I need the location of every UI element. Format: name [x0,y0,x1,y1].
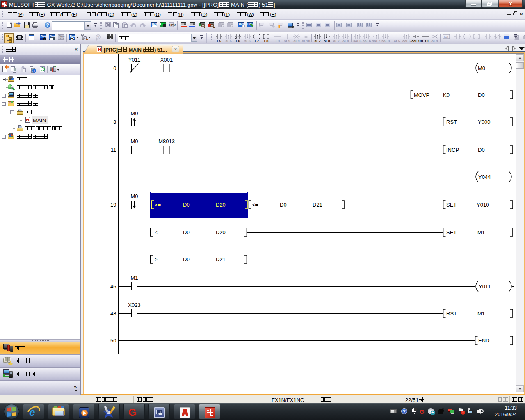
svg-text:48: 48 [110,310,116,317]
svg-text:M0: M0 [130,138,138,144]
svg-text:19: 19 [110,202,116,208]
svg-text:0: 0 [113,65,116,71]
svg-text:X023: X023 [128,302,140,308]
svg-text:K0: K0 [443,92,450,98]
svg-text:SET: SET [446,229,457,235]
svg-text:8: 8 [113,119,116,125]
svg-text:INCP: INCP [446,147,459,153]
svg-text:Y044: Y044 [478,174,491,180]
svg-text:RST: RST [446,119,457,125]
svg-text:D21: D21 [313,202,322,208]
svg-text:M1: M1 [477,310,485,317]
svg-text:>=: >= [155,202,161,208]
svg-text:M0: M0 [478,65,485,71]
svg-text:X001: X001 [160,57,173,63]
svg-text:IST: IST [444,35,449,39]
svg-text:D0: D0 [478,92,485,98]
svg-text:>: > [155,256,158,262]
svg-text:D0: D0 [183,202,190,208]
svg-text:MOVP: MOVP [414,92,429,98]
svg-text:D21: D21 [216,256,226,262]
svg-text:M0: M0 [130,110,138,116]
svg-text:RST: RST [446,310,457,317]
svg-text:D0: D0 [478,147,485,153]
svg-text:D20: D20 [216,202,226,208]
svg-text:M0: M0 [130,193,138,199]
svg-text:46: 46 [110,283,116,290]
svg-text:END: END [478,338,489,344]
svg-text:D0: D0 [183,256,190,262]
svg-text:Y011: Y011 [479,283,491,290]
svg-text:M8013: M8013 [158,138,175,144]
svg-text:D20: D20 [216,229,226,235]
svg-text:M1: M1 [130,275,138,281]
svg-text:D0: D0 [183,229,190,235]
svg-text:11: 11 [111,147,116,153]
svg-text:<: < [155,229,158,235]
svg-text:Y011: Y011 [128,57,140,63]
svg-text:<=: <= [252,202,258,208]
svg-text:M1: M1 [477,229,485,235]
svg-text:Y010: Y010 [477,202,489,208]
svg-text:Y000: Y000 [478,119,490,125]
svg-text:50: 50 [110,338,116,344]
svg-text:D0: D0 [280,202,287,208]
svg-text:SET: SET [446,202,457,208]
